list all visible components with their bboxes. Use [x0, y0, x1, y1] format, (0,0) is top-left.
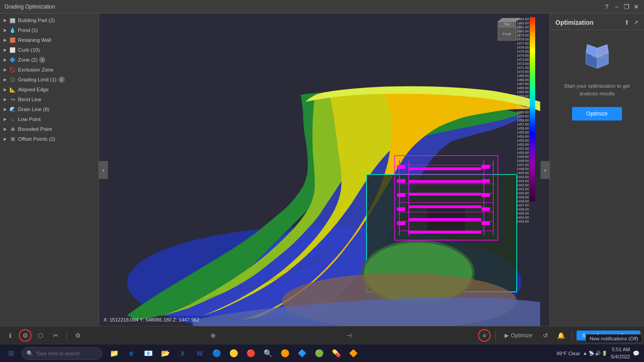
legend-value: 1482.60: [517, 21, 529, 25]
nav-arrow-left[interactable]: ‹: [99, 161, 108, 179]
tree-icon-bend-line: ↪: [9, 96, 16, 103]
viewport[interactable]: Top Front 1483.601482.601481.601480.6014…: [99, 13, 550, 326]
config-button[interactable]: ⚙: [72, 329, 84, 342]
view-cube-svg: Top Front: [493, 18, 520, 49]
tree-icon-bounded-point: ⊕: [9, 125, 16, 133]
optimize-toolbar-button[interactable]: ▶ Optimize: [500, 331, 537, 340]
sidebar-item-zone[interactable]: ▶ 🔷 Zone (2) i: [0, 55, 98, 65]
svg-rect-32: [409, 193, 482, 196]
settings-button[interactable]: ⚙: [19, 329, 31, 342]
systray: 49°F Clear ▲ 📡 🔊 🔋: [553, 351, 611, 356]
share-icon[interactable]: ⬆: [624, 19, 630, 26]
taskbar-app-files[interactable]: 📁: [106, 345, 122, 362]
share-button[interactable]: ⬡: [34, 329, 47, 342]
play-icon: ▶: [505, 332, 509, 339]
bell-button[interactable]: 🔔: [555, 329, 567, 342]
taskbar-app-explorer[interactable]: 📂: [157, 345, 174, 362]
sidebar-item-curb[interactable]: ▶ ⬜ Curb (10): [0, 45, 98, 55]
legend-value: 1454.60: [517, 134, 529, 139]
view-cube[interactable]: Top Front: [493, 18, 520, 45]
undo-button[interactable]: ↺: [539, 329, 552, 342]
legend-value: 1445.60: [517, 171, 529, 175]
legend-value: 1451.60: [517, 147, 529, 151]
minimize-button[interactable]: −: [613, 3, 621, 11]
sidebar-item-bend-line[interactable]: ▶ ↪ Bend Line: [0, 94, 98, 104]
line-button[interactable]: ⊣: [343, 329, 355, 342]
taskbar-clock[interactable]: 5:51 AM 5/4/2022: [611, 346, 630, 360]
svg-rect-20: [397, 165, 406, 169]
legend-value: 1455.60: [517, 130, 529, 134]
legend-value: 1475.60: [517, 49, 529, 54]
nav-arrow-right[interactable]: ›: [541, 161, 550, 179]
sidebar-item-label-pond: Pond (1): [18, 27, 38, 33]
taskbar-app-chrome[interactable]: 🔴: [243, 345, 259, 362]
sidebar-item-drain-line[interactable]: ▶ 🌊 Drain Line (8): [0, 104, 98, 114]
stake-button[interactable]: ⊕: [207, 329, 219, 342]
optimize-button[interactable]: Optimize: [572, 107, 622, 121]
search-input[interactable]: [36, 351, 98, 356]
panel-icons: ⬆ ↗: [624, 19, 639, 26]
sidebar-item-aligned-edge[interactable]: ▶ 📐 Aligned Edge: [0, 85, 98, 94]
svg-rect-21: [397, 179, 406, 183]
main-layout: ▶ 🏢 Building Pad (2) ▶ 💧 Pond (1) ▶ 🧱 Re…: [0, 13, 644, 326]
svg-rect-33: [409, 206, 482, 208]
taskbar-app-app4[interactable]: 🔷: [294, 345, 310, 362]
optimization-panel: Optimization ⬆ ↗: [550, 13, 644, 326]
info-button[interactable]: ℹ: [4, 329, 16, 342]
sidebar-item-offset-points[interactable]: ▶ ⊞ Offset Points (2): [0, 134, 98, 144]
legend-value: 1472.60: [517, 62, 529, 66]
sidebar-item-low-point[interactable]: ▶ ↓ Low Point: [0, 114, 98, 124]
taskbar-app-edge[interactable]: e: [123, 345, 139, 362]
legend-value: 1433.60: [517, 219, 529, 223]
filter-menu-button[interactable]: ≡: [478, 329, 491, 342]
taskbar-app-app6[interactable]: 💊: [328, 345, 344, 362]
taskbar-app-search[interactable]: 🔍: [260, 345, 276, 362]
notification-button[interactable]: 💬: [630, 350, 642, 357]
tree-arrow: ▶: [4, 38, 9, 42]
sidebar-item-retaining-wall[interactable]: ▶ 🧱 Retaining Wall: [0, 35, 98, 45]
sidebar-item-label-curb: Curb (10): [18, 47, 40, 53]
info-icon: i: [39, 57, 45, 63]
taskbar-app-app1[interactable]: 🔵: [209, 345, 225, 362]
svg-rect-28: [482, 207, 490, 211]
tree-arrow: ▶: [4, 67, 9, 72]
taskbar-app-app3[interactable]: 🟠: [277, 345, 293, 362]
tree-icon-pond: 💧: [9, 27, 16, 34]
sidebar-item-building-pad[interactable]: ▶ 🏢 Building Pad (2): [0, 15, 98, 25]
sidebar-item-grading-limit[interactable]: ▶ ⬡ Grading Limit (1) i: [0, 75, 98, 85]
export-icon[interactable]: ↗: [633, 19, 639, 26]
cut-button[interactable]: ✂: [49, 329, 62, 342]
optimize-description: Start your optimization to get analysis …: [555, 82, 639, 98]
svg-rect-34: [409, 218, 482, 221]
window-controls: ? − ❐ ✕: [603, 0, 640, 13]
sidebar-item-exclusion-zone[interactable]: ▶ 🚫 Exclusion Zone: [0, 65, 98, 75]
tree-arrow: ▶: [4, 127, 9, 131]
panel-header: Optimization ⬆ ↗: [550, 13, 644, 30]
maximize-button[interactable]: ❐: [622, 3, 631, 11]
legend-value: 1438.60: [517, 199, 529, 203]
tree-arrow: ▶: [4, 97, 9, 102]
taskbar-app-app5[interactable]: 🟢: [311, 345, 327, 362]
sidebar-item-label-bend-line: Bend Line: [18, 97, 41, 102]
start-button[interactable]: ⊞: [2, 345, 20, 362]
sidebar-item-label-bounded-point: Bounded Point: [18, 126, 52, 132]
taskbar-app-word[interactable]: W: [192, 345, 208, 362]
legend-value: 1464.60: [517, 94, 529, 98]
taskbar-app-excel[interactable]: X: [174, 345, 191, 362]
tree-arrow: ▶: [4, 137, 9, 141]
taskbar-search[interactable]: 🔍: [22, 347, 103, 360]
taskbar-app-app2[interactable]: 🟡: [226, 345, 242, 362]
sidebar-item-bounded-point[interactable]: ▶ ⊕ Bounded Point: [0, 124, 98, 134]
close-button[interactable]: ✕: [632, 3, 640, 11]
legend-value: 1442.60: [517, 183, 529, 187]
help-button[interactable]: ?: [603, 3, 611, 11]
legend-value: 1444.60: [517, 175, 529, 179]
taskbar-app-mail[interactable]: 📧: [140, 345, 157, 362]
sidebar-item-pond[interactable]: ▶ 💧 Pond (1): [0, 25, 98, 35]
taskbar-app-app7[interactable]: 🔶: [345, 345, 362, 362]
legend-value: 1458.60: [517, 118, 529, 122]
sidebar-item-label-aligned-edge: Aligned Edge: [18, 87, 49, 92]
panel-title: Optimization: [555, 19, 594, 26]
svg-rect-25: [482, 165, 490, 169]
legend-value: 1456.60: [517, 126, 529, 130]
